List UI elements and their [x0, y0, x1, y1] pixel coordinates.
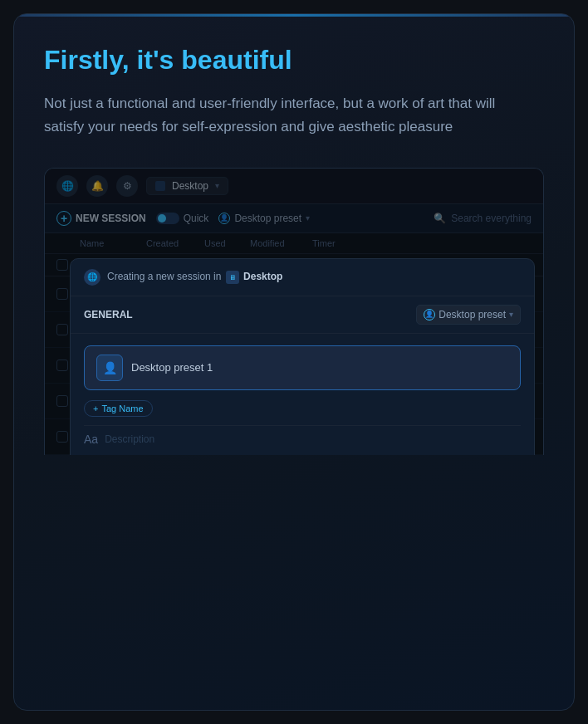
main-card: Firstly, it's beautiful Not just a funct… [13, 13, 575, 711]
description-placeholder[interactable]: Description [105, 433, 154, 445]
description-icon: Aa [84, 433, 98, 446]
new-session-modal: 🌐 Creating a new session in 🖥 Desktop GE… [70, 258, 535, 455]
tag-name-button[interactable]: + Tag Name [84, 400, 153, 417]
tab-general[interactable]: GENERAL [84, 309, 133, 320]
tag-plus-icon: + [93, 404, 98, 413]
page-heading: Firstly, it's beautiful [44, 44, 544, 76]
modal-tabs: GENERAL 👤 Desktop preset ▾ [71, 296, 534, 334]
tab-preset[interactable]: 👤 Desktop preset ▾ [416, 305, 521, 325]
preset-item-icon: 👤 [96, 355, 123, 381]
preset-person-icon: 👤 [424, 309, 435, 320]
description-row: Aa Description [84, 425, 521, 452]
modal-header-icon: 🌐 [84, 269, 100, 286]
preset-dropdown-chevron: ▾ [509, 310, 513, 319]
modal-desktop-name: Desktop [243, 271, 282, 282]
tag-label: Tag Name [101, 404, 143, 413]
creating-text: Creating a new session in [107, 271, 221, 282]
preset-dropdown-label: Desktop preset [439, 309, 506, 320]
page-subtext: Not just a functional and user-friendly … [44, 92, 526, 137]
modal-desktop-icon: 🖥 [226, 271, 239, 284]
preset-dropdown[interactable]: 👤 Desktop preset ▾ [416, 305, 521, 325]
preset-item[interactable]: 👤 Desktop preset 1 [84, 345, 521, 390]
preset-item-name: Desktop preset 1 [131, 361, 213, 374]
modal-body: 👤 Desktop preset 1 + Tag Name Aa Descrip… [71, 334, 534, 455]
app-window: 🌐 🔔 ⚙ Desktop ▾ + NEW SESSION Quick 👤 De… [44, 168, 544, 455]
modal-header-text: Creating a new session in 🖥 Desktop [107, 271, 282, 285]
modal-header: 🌐 Creating a new session in 🖥 Desktop [71, 259, 534, 296]
